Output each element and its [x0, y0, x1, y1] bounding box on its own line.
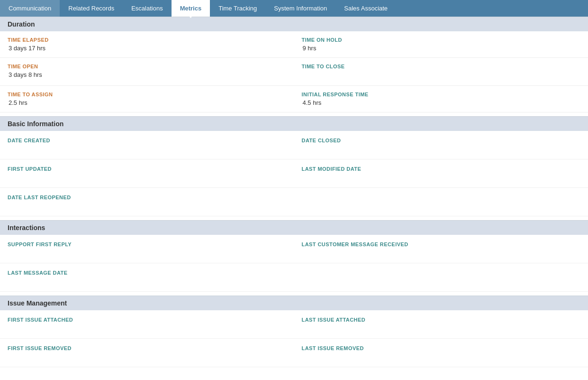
basic-info-row-3: DATE LAST REOPENED: [0, 188, 588, 216]
support-first-reply-value: [8, 249, 287, 256]
last-customer-message-cell: LAST CUSTOMER MESSAGE RECEIVED: [294, 235, 588, 263]
issue-management-header: Issue Management: [0, 296, 588, 310]
last-message-date-value: [8, 277, 287, 285]
issue-management-content: FIRST ISSUE ATTACHED LAST ISSUE ATTACHED…: [0, 310, 588, 367]
last-issue-removed-cell: LAST ISSUE REMOVED: [294, 339, 588, 367]
last-message-date-label: LAST MESSAGE DATE: [8, 270, 287, 276]
last-issue-removed-label: LAST ISSUE REMOVED: [302, 345, 581, 351]
date-closed-cell: DATE CLOSED: [294, 131, 588, 159]
tab-sales-associate[interactable]: Sales Associate: [335, 0, 396, 17]
time-elapsed-value: 3 days 17 hrs: [8, 45, 287, 52]
time-to-assign-value: 2.5 hrs: [8, 99, 287, 106]
date-created-label: DATE CREATED: [8, 138, 287, 143]
last-issue-attached-value: [302, 324, 581, 332]
time-open-label: TIME OPEN: [8, 64, 287, 69]
duration-section: Duration TIME ELAPSED 3 days 17 hrs TIME…: [0, 17, 588, 112]
duration-content: TIME ELAPSED 3 days 17 hrs TIME ON HOLD …: [0, 31, 588, 112]
interactions-row-2: LAST MESSAGE DATE: [0, 263, 588, 292]
last-modified-label: LAST MODIFIED DATE: [302, 166, 581, 172]
first-issue-removed-cell: FIRST ISSUE REMOVED: [0, 339, 294, 367]
time-to-close-label: TIME TO CLOSE: [302, 64, 581, 69]
support-first-reply-cell: SUPPORT FIRST REPLY: [0, 235, 294, 263]
basic-info-row-1: DATE CREATED DATE CLOSED: [0, 131, 588, 159]
interactions-row-1: SUPPORT FIRST REPLY LAST CUSTOMER MESSAG…: [0, 235, 588, 263]
basic-information-section: Basic Information DATE CREATED DATE CLOS…: [0, 116, 588, 216]
initial-response-label: INITIAL RESPONSE TIME: [302, 92, 581, 97]
nav-tabs: Communication Related Records Escalation…: [0, 0, 588, 17]
time-to-close-value: [302, 71, 581, 80]
interactions-header: Interactions: [0, 220, 588, 235]
tab-related-records[interactable]: Related Records: [60, 0, 123, 17]
initial-response-cell: INITIAL RESPONSE TIME 4.5 hrs: [294, 86, 588, 112]
time-on-hold-value: 9 hrs: [302, 45, 581, 52]
time-elapsed-cell: TIME ELAPSED 3 days 17 hrs: [0, 31, 294, 57]
issue-mgmt-row-2: FIRST ISSUE REMOVED LAST ISSUE REMOVED: [0, 339, 588, 367]
date-last-reopened-value: [8, 202, 287, 209]
time-to-assign-label: TIME TO ASSIGN: [8, 92, 287, 97]
last-issue-removed-value: [302, 352, 581, 360]
first-issue-removed-label: FIRST ISSUE REMOVED: [8, 345, 287, 351]
tab-escalations[interactable]: Escalations: [123, 0, 171, 17]
time-open-value: 3 days 8 hrs: [8, 71, 287, 78]
first-issue-attached-label: FIRST ISSUE ATTACHED: [8, 317, 287, 323]
time-to-close-cell: TIME TO CLOSE: [294, 58, 588, 85]
tab-system-information[interactable]: System Information: [265, 0, 335, 17]
initial-response-value: 4.5 hrs: [302, 99, 581, 106]
duration-row-3: TIME TO ASSIGN 2.5 hrs INITIAL RESPONSE …: [0, 86, 588, 112]
time-open-cell: TIME OPEN 3 days 8 hrs: [0, 58, 294, 85]
basic-info-empty-cell: [294, 188, 588, 216]
first-issue-removed-value: [8, 352, 287, 360]
first-issue-attached-cell: FIRST ISSUE ATTACHED: [0, 310, 294, 338]
interactions-empty-cell: [294, 263, 588, 291]
first-updated-label: FIRST UPDATED: [8, 166, 287, 172]
last-issue-attached-label: LAST ISSUE ATTACHED: [302, 317, 581, 323]
time-elapsed-label: TIME ELAPSED: [8, 37, 287, 43]
date-created-cell: DATE CREATED: [0, 131, 294, 159]
date-closed-value: [302, 145, 581, 152]
last-modified-cell: LAST MODIFIED DATE: [294, 159, 588, 187]
duration-header: Duration: [0, 17, 588, 31]
last-customer-message-value: [302, 249, 581, 256]
first-issue-attached-value: [8, 324, 287, 332]
duration-row-1: TIME ELAPSED 3 days 17 hrs TIME ON HOLD …: [0, 31, 588, 58]
date-closed-label: DATE CLOSED: [302, 138, 581, 143]
basic-information-header: Basic Information: [0, 116, 588, 131]
time-to-assign-cell: TIME TO ASSIGN 2.5 hrs: [0, 86, 294, 112]
tab-communication[interactable]: Communication: [0, 0, 60, 17]
basic-information-content: DATE CREATED DATE CLOSED FIRST UPDATED L…: [0, 131, 588, 216]
tab-metrics[interactable]: Metrics: [172, 0, 210, 17]
duration-row-2: TIME OPEN 3 days 8 hrs TIME TO CLOSE: [0, 58, 588, 86]
issue-mgmt-row-1: FIRST ISSUE ATTACHED LAST ISSUE ATTACHED: [0, 310, 588, 339]
interactions-section: Interactions SUPPORT FIRST REPLY LAST CU…: [0, 220, 588, 292]
date-last-reopened-label: DATE LAST REOPENED: [8, 195, 287, 200]
last-customer-message-label: LAST CUSTOMER MESSAGE RECEIVED: [302, 241, 581, 247]
tab-time-tracking[interactable]: Time Tracking: [210, 0, 265, 17]
time-on-hold-cell: TIME ON HOLD 9 hrs: [294, 31, 588, 57]
last-message-date-cell: LAST MESSAGE DATE: [0, 263, 294, 291]
date-created-value: [8, 145, 287, 152]
issue-management-section: Issue Management FIRST ISSUE ATTACHED LA…: [0, 296, 588, 367]
time-on-hold-label: TIME ON HOLD: [302, 37, 581, 43]
date-last-reopened-cell: DATE LAST REOPENED: [0, 188, 294, 216]
first-updated-value: [8, 173, 287, 181]
first-updated-cell: FIRST UPDATED: [0, 159, 294, 187]
last-issue-attached-cell: LAST ISSUE ATTACHED: [294, 310, 588, 338]
interactions-content: SUPPORT FIRST REPLY LAST CUSTOMER MESSAG…: [0, 235, 588, 292]
basic-info-row-2: FIRST UPDATED LAST MODIFIED DATE: [0, 159, 588, 188]
support-first-reply-label: SUPPORT FIRST REPLY: [8, 241, 287, 247]
last-modified-value: [302, 173, 581, 181]
